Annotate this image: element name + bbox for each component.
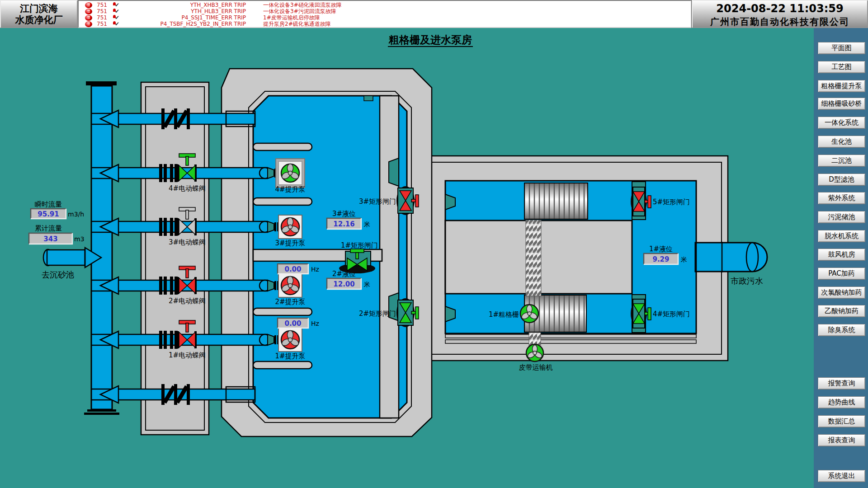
bell-check-icon: ✔ bbox=[112, 2, 124, 8]
coarse-screen-label: 1#粗格栅 bbox=[489, 310, 519, 319]
alarm-row[interactable]: !! 751 ✔ P4_TSBF_H2S_YB2_IN_ERR TRIP 提升泵… bbox=[79, 21, 691, 27]
page-title: 粗格栅及进水泵房 bbox=[388, 34, 472, 46]
level1-label: 1#液位 bbox=[649, 245, 673, 253]
total-flow-label: 累计流量 bbox=[35, 224, 62, 232]
level2-value: 12.00 bbox=[333, 280, 354, 288]
alarm-row[interactable]: !! 751 ✔ YTH_XHB3_ERR TRIP 一体化设备3#硝化液回流泵… bbox=[79, 2, 691, 8]
nav-secondary-clarifier[interactable]: 二沉池 bbox=[818, 155, 865, 167]
scada-screen: 江门滨海 水质净化厂 !! 751 ✔ YTH_XHB3_ERR TRIP 一体… bbox=[0, 0, 868, 488]
to-grit-label: 去沉砂池 bbox=[42, 270, 74, 279]
total-flow-value: 343 bbox=[43, 235, 57, 243]
alarm-icon: !! bbox=[85, 21, 92, 27]
alarm-count: 751 bbox=[92, 8, 112, 14]
total-flow-unit: m3 bbox=[74, 235, 85, 243]
alarm-count: 751 bbox=[92, 14, 112, 21]
inst-flow-value: 95.91 bbox=[38, 210, 59, 218]
alarm-count: 751 bbox=[92, 21, 112, 27]
nav-trend-curve[interactable]: 趋势曲线 bbox=[818, 396, 865, 408]
gate-label: 1#矩形闸门 bbox=[341, 241, 378, 249]
inst-flow-label: 瞬时流量 bbox=[35, 200, 62, 208]
datetime-panel: 2024-08-22 11:03:59 广州市百勤自动化科技有限公司 bbox=[692, 0, 868, 28]
belt-conveyor-track bbox=[445, 340, 696, 343]
pump1-freq-unit: Hz bbox=[311, 320, 319, 327]
pump-label: 1#提升泵 bbox=[275, 352, 305, 360]
pump-label: 3#提升泵 bbox=[275, 239, 305, 247]
datetime-text: 2024-08-22 11:03:59 bbox=[693, 2, 867, 15]
bay-pier bbox=[253, 308, 312, 315]
alarm-row[interactable]: !! 751 ✔ P4_SSJ1_TIME_ERR TRIP 1#皮带运输机启停… bbox=[79, 14, 691, 21]
bell-check-icon: ✔ bbox=[112, 8, 124, 14]
valve-label: 3#电动蝶阀 bbox=[169, 238, 206, 246]
bell-check-icon: ✔ bbox=[112, 21, 124, 27]
plant-name-line2: 水质净化厂 bbox=[15, 14, 63, 25]
nav-sidebar: 平面图 工艺图 粗格栅提升泵 细格栅吸砂桥 一体化系统 生化池 二沉池 D型滤池… bbox=[814, 28, 868, 488]
nav-alarm-query[interactable]: 报警查询 bbox=[818, 377, 865, 389]
process-diagram: 粗格栅及进水泵房 bbox=[0, 28, 814, 488]
nav-fine-screen-sand[interactable]: 细格栅吸砂桥 bbox=[818, 98, 865, 110]
nav-d-filter[interactable]: D型滤池 bbox=[818, 174, 865, 186]
belt-conveyor-track bbox=[445, 334, 696, 338]
valve-label: 4#电动蝶阀 bbox=[169, 184, 206, 192]
alarm-tag: P4_SSJ1_TIME_ERR TRIP bbox=[124, 14, 246, 21]
pump1-freq-readout: 0.00 Hz bbox=[278, 318, 319, 328]
nav-bio-tank[interactable]: 生化池 bbox=[818, 136, 865, 148]
nav-acetate-dosing[interactable]: 乙酸钠加药 bbox=[818, 305, 865, 317]
nav-deodorization[interactable]: 除臭系统 bbox=[818, 324, 865, 336]
screen-drum-upper bbox=[524, 183, 588, 219]
belt-conveyor-motor[interactable] bbox=[526, 344, 543, 361]
pump-reducer bbox=[268, 280, 274, 291]
lift-pump-1[interactable] bbox=[278, 328, 302, 352]
company-name: 广州市百勤自动化科技有限公司 bbox=[693, 16, 867, 28]
pump-label: 4#提升泵 bbox=[275, 185, 305, 193]
bay-pier bbox=[253, 361, 312, 369]
plant-title-panel: 江门滨海 水质净化厂 bbox=[0, 0, 78, 28]
lift-pump-3[interactable] bbox=[278, 215, 302, 239]
nav-uv-system[interactable]: 紫外系统 bbox=[818, 192, 865, 204]
nav-dewatering[interactable]: 脱水机系统 bbox=[818, 230, 865, 242]
nav-report-query[interactable]: 报表查询 bbox=[818, 434, 865, 446]
pump-label: 2#提升泵 bbox=[275, 298, 305, 306]
nav-blower-room[interactable]: 鼓风机房 bbox=[818, 249, 865, 261]
bell-check-icon: ✔ bbox=[112, 14, 124, 21]
nav-sludge-tank[interactable]: 污泥储池 bbox=[818, 211, 865, 223]
alarm-icon: !! bbox=[85, 9, 92, 14]
bay-pier bbox=[253, 198, 312, 205]
alarm-list: !! 751 ✔ YTH_XHB3_ERR TRIP 一体化设备3#硝化液回流泵… bbox=[78, 0, 692, 28]
plant-name-line1: 江门滨海 bbox=[20, 3, 58, 14]
alarm-desc: 提升泵房2#硫化氢通道故障 bbox=[263, 20, 331, 28]
coarse-screen-1[interactable] bbox=[520, 305, 538, 323]
alarm-icon: !! bbox=[85, 2, 92, 8]
gate-label: 4#矩形闸门 bbox=[653, 310, 690, 318]
alarm-tag: YTH_HLB3_ERR TRIP bbox=[124, 8, 246, 14]
valve-label: 2#电动蝶阀 bbox=[169, 297, 206, 305]
nav-process-view[interactable]: 工艺图 bbox=[818, 61, 865, 73]
pump2-freq-value: 0.00 bbox=[284, 265, 301, 273]
inst-flow-unit: m3/h bbox=[68, 211, 84, 218]
nav-naclo-dosing[interactable]: 次氯酸钠加药 bbox=[818, 286, 865, 299]
pump-reducer bbox=[268, 221, 274, 232]
nav-integrated-system[interactable]: 一体化系统 bbox=[818, 117, 865, 129]
lift-pump-2[interactable] bbox=[278, 274, 302, 297]
screw-conveyor bbox=[526, 220, 541, 296]
pump-reducer bbox=[268, 168, 274, 178]
nav-plan-view[interactable]: 平面图 bbox=[818, 42, 865, 54]
alarm-icon: !! bbox=[85, 15, 92, 21]
pump2-freq-readout: 0.00 Hz bbox=[278, 264, 319, 274]
wall-notch bbox=[389, 158, 399, 186]
lift-pump-4[interactable] bbox=[276, 159, 305, 188]
pump2-freq-unit: Hz bbox=[311, 266, 319, 273]
municipal-sewage-label: 市政污水 bbox=[731, 276, 763, 286]
level1-value: 9.29 bbox=[652, 255, 669, 263]
belt-conveyor-label: 皮带运输机 bbox=[519, 363, 553, 371]
level2-unit: 米 bbox=[364, 281, 370, 288]
nav-pac-dosing[interactable]: PAC加药 bbox=[818, 267, 865, 280]
alarm-tag: P4_TSBF_H2S_YB2_IN_ERR TRIP bbox=[124, 21, 246, 27]
level3-value: 12.16 bbox=[333, 220, 354, 228]
valve-gallery bbox=[141, 82, 209, 435]
gate-label: 5#矩形闸门 bbox=[653, 198, 690, 206]
alarm-tag: YTH_XHB3_ERR TRIP bbox=[124, 2, 246, 8]
alarm-row[interactable]: !! 751 ✔ YTH_HLB3_ERR TRIP 一体化设备3#污泥回流泵故… bbox=[79, 8, 691, 14]
nav-system-exit[interactable]: 系统退出 bbox=[818, 470, 865, 482]
nav-coarse-screen-pump[interactable]: 粗格栅提升泵 bbox=[818, 80, 865, 92]
nav-data-summary[interactable]: 数据汇总 bbox=[818, 415, 865, 427]
